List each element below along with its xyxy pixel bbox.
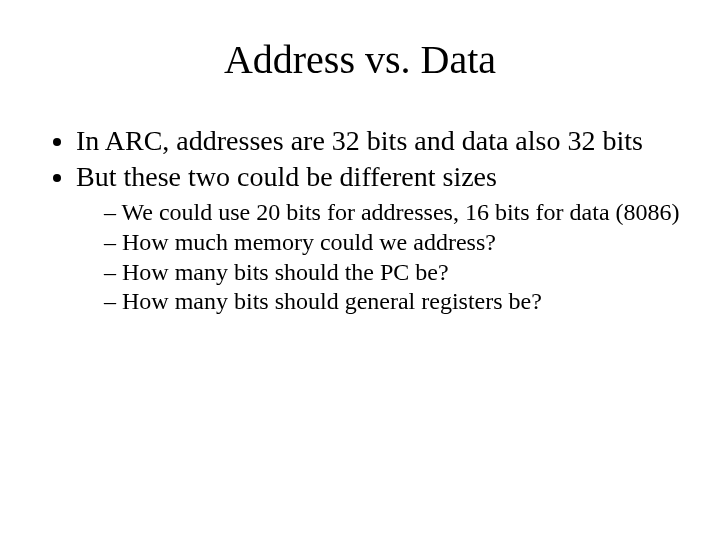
sub-bullet-item: We could use 20 bits for addresses, 16 b…	[104, 199, 680, 227]
sub-bullet-text: How many bits should the PC be?	[122, 259, 449, 285]
sub-bullet-item: How many bits should the PC be?	[104, 259, 680, 287]
sub-bullet-text: How many bits should general registers b…	[122, 288, 542, 314]
slide-title: Address vs. Data	[40, 36, 680, 83]
bullet-item: In ARC, addresses are 32 bits and data a…	[76, 125, 680, 157]
sub-bullet-list: We could use 20 bits for addresses, 16 b…	[76, 199, 680, 315]
slide: Address vs. Data In ARC, addresses are 3…	[0, 0, 720, 540]
sub-bullet-text: We could use 20 bits for addresses, 16 b…	[122, 199, 680, 225]
bullet-list: In ARC, addresses are 32 bits and data a…	[40, 125, 680, 316]
bullet-text: In ARC, addresses are 32 bits and data a…	[76, 125, 643, 156]
sub-bullet-item: How much memory could we address?	[104, 229, 680, 257]
sub-bullet-text: How much memory could we address?	[122, 229, 496, 255]
sub-bullet-item: How many bits should general registers b…	[104, 288, 680, 316]
bullet-item: But these two could be different sizes W…	[76, 161, 680, 316]
bullet-text: But these two could be different sizes	[76, 161, 497, 192]
